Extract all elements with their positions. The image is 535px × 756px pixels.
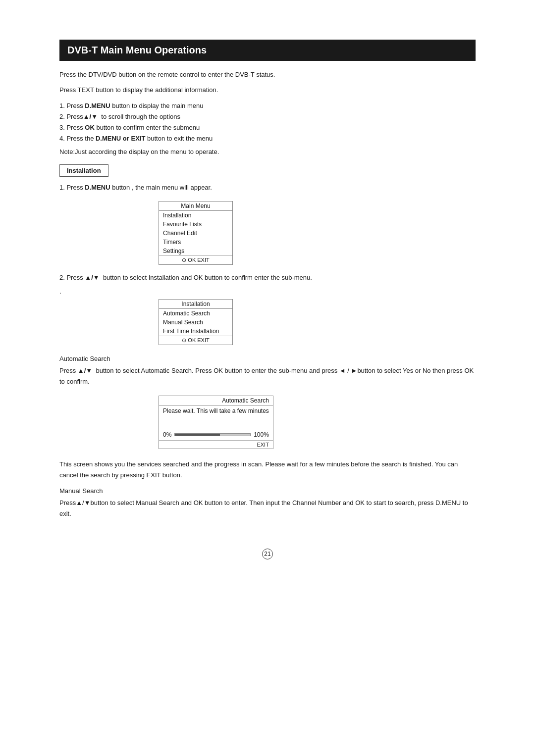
auto-search-title: Automatic Search [159,396,273,405]
sub-menu-item-firsttime: First Time Installation [159,327,232,336]
auto-search-footer: EXIT [159,440,273,449]
main-menu-item-timers: Timers [159,238,232,247]
page-number: 21 [262,549,273,559]
page-title: DVB-T Main Menu Operations [59,40,476,61]
sub-menu-item-manual: Manual Search [159,318,232,327]
intro-line1: Press the DTV/DVD button on the remote c… [59,70,476,80]
progress-label-right: 100% [254,431,269,438]
installation-step2: 2. Press ▲/▼ button to select Installati… [59,273,476,283]
manual-search-body: Press▲/▼button to select Manual Search a… [59,498,476,519]
automatic-search-body1: Press ▲/▼ button to select Automatic Sea… [59,365,476,387]
automatic-search-diagram: Automatic Search Please wait. This will … [159,392,476,453]
main-menu-item-favouritelists: Favourite Lists [159,220,232,229]
intro-line2: Press TEXT button to display the additio… [59,85,476,96]
progress-bar [174,433,251,436]
step1: 1. Press D.MENU button to display the ma… [59,101,476,111]
main-menu-footer: ⊙ OK EXIT [159,255,232,264]
sub-menu-item-automatic: Automatic Search [159,309,232,318]
main-menu-item-installation: Installation [159,211,232,220]
steps-list: 1. Press D.MENU button to display the ma… [59,101,476,144]
main-menu-item-settings: Settings [159,247,232,255]
progress-bar-fill [175,434,220,436]
progress-row: 0% 100% [159,430,273,440]
dot: . [59,288,476,295]
auto-search-wait-text: Please wait. This will take a few minute… [159,405,273,430]
installation-label: Installation [59,164,108,177]
step2: 2. Press▲/▼ to scroll through the option… [59,111,476,122]
note-text: Note:Just according the display on the m… [59,147,476,157]
main-menu-title: Main Menu [159,202,232,211]
sub-menu-footer: ⊙ OK EXIT [159,336,232,345]
automatic-search-heading: Automatic Search [59,355,476,362]
step4: 4. Press the D.MENU or EXIT button to ex… [59,133,476,144]
main-menu-diagram: Main Menu Installation Favourite Lists C… [159,198,476,268]
automatic-search-body2: This screen shows you the services searc… [59,459,476,480]
page-number-container: 21 [59,549,476,559]
sub-menu-title: Installation [159,300,232,309]
step3: 3. Press OK button to confirm enter the … [59,122,476,133]
progress-label-left: 0% [163,431,171,438]
manual-search-heading: Manual Search [59,487,476,495]
main-menu-item-channeledit: Channel Edit [159,229,232,238]
installation-step1: 1. Press D.MENU button , the main menu w… [59,183,476,193]
sub-menu-diagram: Installation Automatic Search Manual Sea… [159,296,476,348]
